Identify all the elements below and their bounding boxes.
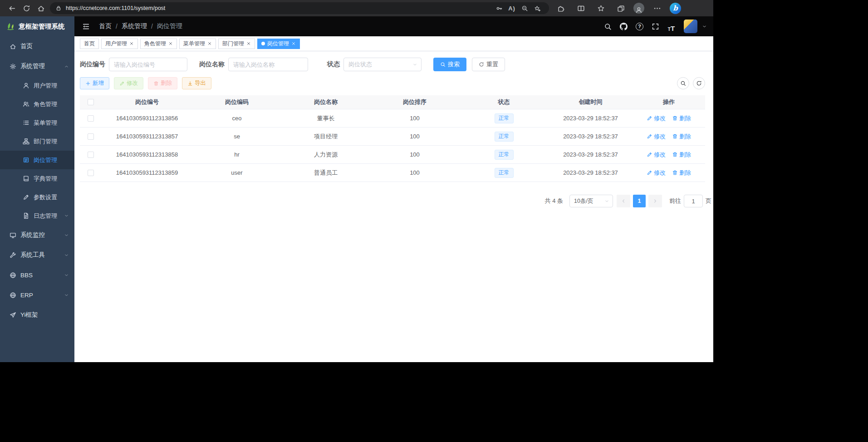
- page-size-select[interactable]: 10条/页: [569, 195, 613, 207]
- row-checkbox[interactable]: [88, 115, 94, 122]
- created-time: 2023-03-29 18:52:37: [549, 146, 633, 163]
- row-edit-link[interactable]: 修改: [647, 133, 666, 141]
- app-title: 意框架管理系统: [19, 22, 65, 31]
- font-size-icon[interactable]: [665, 20, 677, 33]
- back-icon[interactable]: [5, 1, 19, 15]
- status-select[interactable]: 岗位状态: [343, 58, 422, 71]
- monitor-icon: [10, 232, 16, 239]
- collections-icon[interactable]: [613, 1, 628, 15]
- sidebar-item-dict-management[interactable]: 字典管理: [0, 169, 74, 188]
- status-label: 状态: [327, 60, 340, 69]
- row-checkbox[interactable]: [88, 152, 94, 158]
- fold-sidebar-icon[interactable]: [80, 20, 92, 32]
- tab-role-management[interactable]: 角色管理: [140, 39, 177, 49]
- address-bar[interactable]: https://ccnetcore.com:1101/system/post: [50, 2, 549, 14]
- help-icon[interactable]: [633, 20, 646, 33]
- favorites-icon[interactable]: [593, 1, 608, 15]
- close-icon[interactable]: [246, 41, 251, 46]
- search-icon[interactable]: [602, 20, 614, 33]
- sidebar-item-param-settings[interactable]: 参数设置: [0, 188, 74, 206]
- row-checkbox[interactable]: [88, 170, 94, 176]
- users-icon: [23, 101, 29, 108]
- sidebar-item-menu-management[interactable]: 菜单管理: [0, 113, 74, 132]
- edit-button[interactable]: 修改: [114, 77, 143, 89]
- chevron-down-icon: [64, 253, 69, 258]
- search-button[interactable]: 搜索: [433, 58, 466, 71]
- row-edit-link[interactable]: 修改: [647, 169, 666, 177]
- browser-actions: [554, 1, 664, 15]
- sidebar-item-system-management[interactable]: 系统管理: [0, 56, 74, 76]
- user-avatar[interactable]: [684, 20, 697, 33]
- breadcrumb: 首页 / 系统管理 / 岗位管理: [99, 22, 182, 30]
- delete-button[interactable]: 删除: [148, 77, 177, 89]
- profile-icon[interactable]: [633, 3, 644, 14]
- fullscreen-icon[interactable]: [649, 20, 662, 33]
- row-edit-link[interactable]: 修改: [647, 114, 666, 123]
- tab-user-management[interactable]: 用户管理: [101, 39, 138, 49]
- tab-menu-management[interactable]: 菜单管理: [179, 39, 216, 49]
- bing-icon[interactable]: [670, 3, 681, 14]
- zoom-out-icon[interactable]: [518, 3, 531, 14]
- tab-post-management[interactable]: 岗位管理: [257, 39, 300, 49]
- goto-page-input[interactable]: [684, 195, 703, 207]
- next-page-button[interactable]: [648, 195, 662, 207]
- org-tree-icon: [23, 138, 29, 145]
- reset-button[interactable]: 重置: [472, 58, 505, 71]
- refresh-icon[interactable]: [19, 1, 34, 15]
- url-text[interactable]: https://ccnetcore.com:1101/system/post: [66, 5, 493, 11]
- export-button[interactable]: 导出: [182, 77, 211, 89]
- sidebar-item-dept-management[interactable]: 部门管理: [0, 132, 74, 151]
- tab-home[interactable]: 首页: [80, 39, 99, 49]
- edit-pencil-icon: [647, 170, 652, 176]
- favorite-add-icon[interactable]: [531, 3, 544, 14]
- row-delete-link[interactable]: 删除: [672, 114, 691, 123]
- extensions-icon[interactable]: [554, 1, 568, 15]
- app-logo[interactable]: 意框架管理系统: [0, 16, 74, 36]
- sidebar-item-user-management[interactable]: 用户管理: [0, 76, 74, 95]
- sidebar-item-yi-framework[interactable]: Yi框架: [0, 305, 74, 325]
- breadcrumb-system[interactable]: 系统管理: [122, 22, 147, 30]
- sidebar-item-log-management[interactable]: 日志管理: [0, 206, 74, 225]
- row-delete-link[interactable]: 删除: [672, 169, 691, 177]
- chevron-down-icon[interactable]: [702, 24, 707, 29]
- close-icon[interactable]: [168, 41, 173, 46]
- active-tab-dot: [261, 42, 265, 45]
- sidebar-item-bbs[interactable]: BBS: [0, 265, 74, 285]
- post-name: 董事长: [281, 109, 370, 127]
- close-icon[interactable]: [207, 41, 212, 46]
- sidebar-item-system-tools[interactable]: 系统工具: [0, 245, 74, 265]
- password-key-icon[interactable]: [493, 3, 505, 14]
- sidebar-item-system-monitor[interactable]: 系统监控: [0, 225, 74, 245]
- row-checkbox[interactable]: [88, 133, 94, 140]
- row-delete-link[interactable]: 删除: [672, 151, 691, 159]
- post-code-label: 岗位编号: [80, 60, 105, 69]
- sidebar-item-erp[interactable]: ERP: [0, 285, 74, 305]
- tab-dept-management[interactable]: 部门管理: [218, 39, 255, 49]
- toggle-search-button[interactable]: [677, 77, 689, 89]
- post-code-input[interactable]: [109, 58, 187, 71]
- sidebar-item-home[interactable]: 首页: [0, 36, 74, 56]
- chevron-down-icon: [64, 293, 69, 298]
- close-icon[interactable]: [291, 41, 296, 46]
- select-all-checkbox[interactable]: [88, 99, 94, 105]
- sidebar-item-role-management[interactable]: 角色管理: [0, 95, 74, 113]
- post-name-input[interactable]: [228, 58, 308, 71]
- close-icon[interactable]: [129, 41, 134, 46]
- refresh-table-button[interactable]: [693, 77, 705, 89]
- post-icon: [23, 157, 29, 163]
- page-number-1[interactable]: 1: [633, 195, 646, 207]
- breadcrumb-home[interactable]: 首页: [99, 22, 112, 30]
- add-button[interactable]: 新增: [80, 77, 109, 89]
- refresh-icon: [479, 62, 484, 67]
- prev-page-button[interactable]: [617, 195, 630, 207]
- split-screen-icon[interactable]: [574, 1, 588, 15]
- github-icon[interactable]: [618, 20, 630, 33]
- more-icon[interactable]: [650, 1, 664, 15]
- table-row: 1641030593112313857 se 项目经理 100 正常 2023-…: [80, 128, 705, 146]
- row-edit-link[interactable]: 修改: [647, 151, 666, 159]
- home-icon[interactable]: [34, 1, 48, 15]
- sidebar-item-post-management[interactable]: 岗位管理: [0, 151, 74, 169]
- post-sort: 100: [370, 128, 459, 145]
- row-delete-link[interactable]: 删除: [672, 133, 691, 141]
- read-aloud-icon[interactable]: [505, 3, 518, 14]
